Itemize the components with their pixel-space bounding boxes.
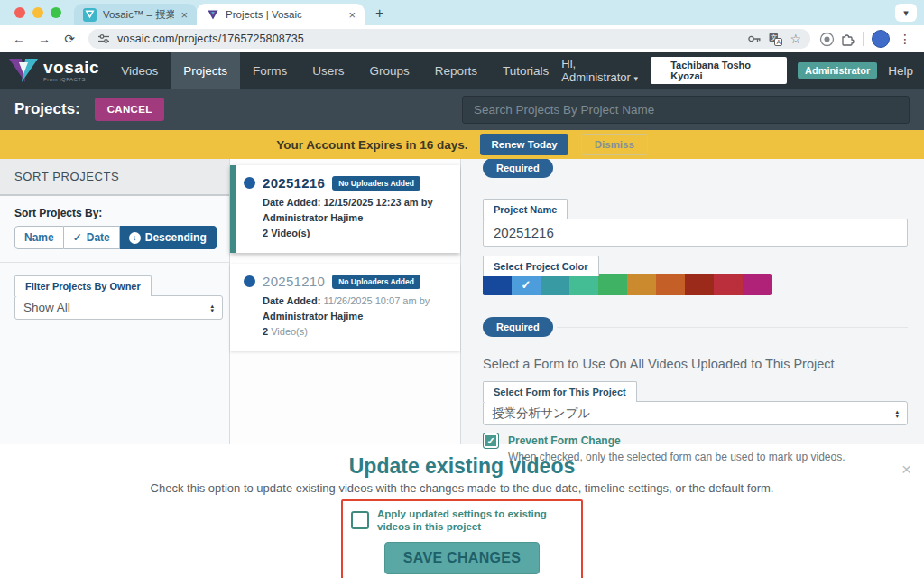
svg-text:A: A — [777, 39, 781, 45]
extension-icon[interactable] — [819, 32, 835, 47]
page-title: Projects: — [14, 100, 80, 118]
minimize-window-button[interactable] — [32, 7, 43, 18]
form-select[interactable]: 授業分析サンプル ▴▾ — [483, 401, 908, 425]
sort-name-button[interactable]: Name — [14, 226, 64, 249]
vosaic-favicon — [206, 8, 219, 22]
project-name: 20251216 — [263, 175, 325, 191]
toolbar-divider — [863, 32, 864, 46]
form-section-text: Select a Form to Use On All Videos Uploa… — [483, 357, 908, 371]
user-greeting-dropdown[interactable]: Hi, Administrator ▾ — [561, 57, 640, 84]
account-expiry-banner: Your Account Expires in 16 days. Renew T… — [0, 130, 924, 159]
password-key-icon[interactable] — [747, 33, 762, 45]
no-uploaders-badge: No Uploaders Added — [332, 275, 420, 289]
color-swatch[interactable] — [627, 274, 656, 295]
browser-tab-projects[interactable]: Projects | Vosaic × — [197, 4, 365, 25]
extensions-puzzle-icon[interactable] — [840, 32, 855, 46]
divider-rule — [557, 327, 908, 328]
sidebar-header: SORT PROJECTS — [0, 159, 229, 196]
nav-item-projects[interactable]: Projects — [171, 52, 240, 89]
nav-item-users[interactable]: Users — [300, 52, 356, 89]
project-color-dot — [244, 275, 255, 287]
color-swatch[interactable]: ✓ — [512, 274, 541, 295]
nav-item-groups[interactable]: Groups — [357, 52, 422, 89]
project-detail-panel: Required Project Name Select Project Col… — [461, 159, 924, 444]
nav-item-tutorials[interactable]: Tutorials — [490, 52, 561, 89]
dismiss-button[interactable]: Dismiss — [581, 134, 648, 155]
color-swatch[interactable] — [714, 274, 743, 295]
nav-item-videos[interactable]: Videos — [108, 52, 171, 89]
window-controls — [14, 0, 61, 25]
update-existing-videos-modal: × Update existing videos Check this opti… — [0, 444, 924, 578]
renew-today-button[interactable]: Renew Today — [480, 134, 568, 155]
organization-badge: Tachibana Tosho Kyozai — [651, 57, 787, 84]
tab-close-icon[interactable]: × — [180, 9, 188, 21]
filter-owner-label: Filter Projects By Owner — [14, 275, 152, 296]
color-swatch[interactable] — [656, 274, 685, 295]
apply-settings-label: Apply updated settings to existing video… — [377, 508, 573, 534]
project-list: 20251216 No Uploaders Added Date Added: … — [230, 159, 461, 444]
no-uploaders-badge: No Uploaders Added — [332, 176, 420, 191]
project-list-item[interactable]: 20251210 No Uploaders Added Date Added: … — [230, 264, 460, 351]
back-icon[interactable]: ← — [9, 29, 29, 49]
chevron-down-icon: ▾ — [634, 74, 639, 83]
select-color-label: Select Project Color — [483, 256, 599, 276]
tab-title: Vosaic™ – 授業分析、医療教育. — [103, 8, 174, 22]
tab-search-chevron-icon[interactable]: ▾ — [895, 4, 917, 22]
role-badge: Administrator — [798, 62, 877, 79]
color-swatch[interactable] — [483, 274, 512, 295]
sort-sidebar: SORT PROJECTS Sort Projects By: Name ✓ D… — [0, 159, 230, 444]
browser-toolbar: ← → ⟳ vosaic.com/projects/1765725808735 … — [0, 25, 924, 52]
help-link[interactable]: Help — [888, 64, 913, 78]
forward-icon[interactable]: → — [34, 29, 54, 49]
projects-header: Projects: CANCEL — [0, 89, 924, 130]
sort-date-button[interactable]: ✓ Date — [64, 226, 120, 249]
browser-tab-vosaic-home[interactable]: Vosaic™ – 授業分析、医療教育. × — [74, 4, 197, 25]
nav-item-reports[interactable]: Reports — [422, 52, 490, 89]
project-name-label: Project Name — [483, 199, 568, 219]
save-changes-button[interactable]: SAVE CHANGES — [384, 542, 540, 574]
url-text[interactable]: vosaic.com/projects/1765725808735 — [117, 33, 740, 45]
tab-close-icon[interactable]: × — [348, 9, 356, 21]
app-navbar: vosaic From iQFACTS Videos Projects Form… — [0, 52, 924, 89]
project-meta: Date Added: 11/26/2025 10:07 am by Admin… — [263, 294, 449, 340]
address-bar[interactable]: vosaic.com/projects/1765725808735 文A ☆ — [88, 29, 810, 49]
expiry-message: Your Account Expires in 16 days. — [276, 138, 467, 152]
site-settings-icon[interactable] — [97, 33, 110, 45]
apply-settings-checkbox[interactable] — [351, 511, 369, 529]
color-swatch[interactable] — [685, 274, 714, 295]
close-window-button[interactable] — [14, 7, 25, 18]
browser-tab-strip: Vosaic™ – 授業分析、医療教育. × Projects | Vosaic… — [0, 0, 924, 25]
color-swatches: ✓ — [483, 274, 772, 295]
chrome-menu-icon[interactable]: ⋮ — [895, 29, 915, 49]
vosaic-logo[interactable]: vosaic From iQFACTS — [0, 52, 108, 89]
color-swatch[interactable] — [598, 274, 627, 295]
project-list-item[interactable]: 20251216 No Uploaders Added Date Added: … — [230, 165, 460, 253]
main-content: SORT PROJECTS Sort Projects By: Name ✓ D… — [0, 159, 924, 444]
project-search-input[interactable] — [462, 96, 910, 124]
select-arrows-icon: ▴▾ — [210, 303, 214, 312]
required-badge: Required — [483, 158, 553, 178]
descending-arrow-icon: ↓ — [129, 232, 141, 244]
brand-name: vosaic — [43, 59, 99, 76]
color-swatch[interactable] — [541, 274, 569, 295]
color-swatch[interactable] — [743, 274, 772, 295]
sort-descending-button[interactable]: ↓ Descending — [120, 226, 217, 249]
prevent-form-change-description: When checked, only the selected form can… — [508, 451, 845, 463]
zoom-window-button[interactable] — [51, 7, 61, 18]
tab-title: Projects | Vosaic — [226, 9, 342, 20]
nav-item-forms[interactable]: Forms — [240, 52, 300, 89]
select-arrows-icon: ▴▾ — [895, 409, 899, 418]
vosaic-favicon — [83, 8, 97, 22]
profile-avatar[interactable] — [872, 30, 890, 48]
filter-owner-select[interactable]: Show All ▴▾ — [14, 295, 223, 320]
translate-icon[interactable]: 文A — [769, 33, 782, 46]
color-swatch[interactable] — [569, 274, 598, 295]
prevent-form-change-checkbox[interactable]: ✓ — [483, 433, 499, 449]
project-name: 20251210 — [263, 274, 325, 289]
reload-icon[interactable]: ⟳ — [60, 29, 79, 49]
project-name-input[interactable] — [483, 219, 908, 247]
cancel-button[interactable]: CANCEL — [95, 98, 165, 121]
check-icon: ✓ — [73, 231, 82, 244]
bookmark-star-icon[interactable]: ☆ — [790, 32, 801, 46]
new-tab-button[interactable]: + — [375, 5, 383, 22]
